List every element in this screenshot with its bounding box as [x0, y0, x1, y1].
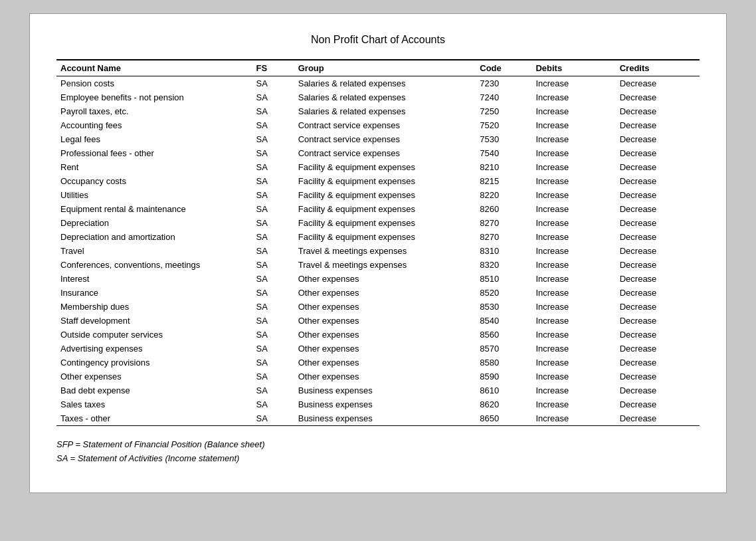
table-row: Advertising expenses SA Other expenses 8…: [56, 342, 700, 356]
cell-fs: SA: [252, 286, 294, 300]
table-row: Legal fees SA Contract service expenses …: [56, 132, 700, 146]
cell-fs: SA: [252, 300, 294, 314]
cell-debits: Increase: [531, 76, 615, 91]
cell-debits: Increase: [531, 202, 615, 216]
table-row: Insurance SA Other expenses 8520 Increas…: [56, 286, 700, 300]
cell-credits: Decrease: [616, 411, 700, 426]
cell-credits: Decrease: [616, 383, 700, 397]
cell-code: 8510: [476, 272, 531, 286]
cell-account: Interest: [56, 272, 252, 286]
table-row: Staff development SA Other expenses 8540…: [56, 314, 700, 328]
cell-fs: SA: [252, 76, 294, 91]
cell-code: 8560: [476, 328, 531, 342]
table-row: Depreciation SA Facility & equipment exp…: [56, 216, 700, 230]
table-row: Professional fees - other SA Contract se…: [56, 146, 700, 160]
cell-group: Facility & equipment expenses: [294, 188, 476, 202]
cell-account: Membership dues: [56, 300, 252, 314]
cell-code: 8320: [476, 258, 531, 272]
cell-credits: Decrease: [616, 132, 700, 146]
footer-notes: SFP = Statement of Financial Position (B…: [56, 438, 700, 466]
col-header-debits: Debits: [531, 60, 615, 76]
cell-credits: Decrease: [616, 342, 700, 356]
table-row: Sales taxes SA Business expenses 8620 In…: [56, 397, 700, 411]
cell-code: 8610: [476, 383, 531, 397]
cell-code: 8530: [476, 300, 531, 314]
cell-credits: Decrease: [616, 230, 700, 244]
cell-fs: SA: [252, 216, 294, 230]
cell-group: Other expenses: [294, 328, 476, 342]
col-header-fs: FS: [252, 60, 294, 76]
cell-credits: Decrease: [616, 216, 700, 230]
cell-account: Advertising expenses: [56, 342, 252, 356]
cell-debits: Increase: [531, 342, 615, 356]
table-row: Outside computer services SA Other expen…: [56, 328, 700, 342]
cell-account: Legal fees: [56, 132, 252, 146]
cell-account: Depreciation and amortization: [56, 230, 252, 244]
cell-code: 8210: [476, 160, 531, 174]
cell-code: 7240: [476, 90, 531, 104]
cell-debits: Increase: [531, 328, 615, 342]
cell-group: Travel & meetings expenses: [294, 244, 476, 258]
cell-group: Facility & equipment expenses: [294, 230, 476, 244]
cell-fs: SA: [252, 244, 294, 258]
table-row: Membership dues SA Other expenses 8530 I…: [56, 300, 700, 314]
cell-credits: Decrease: [616, 258, 700, 272]
cell-group: Facility & equipment expenses: [294, 202, 476, 216]
cell-account: Insurance: [56, 286, 252, 300]
cell-code: 8520: [476, 286, 531, 300]
cell-code: 8580: [476, 356, 531, 370]
cell-debits: Increase: [531, 146, 615, 160]
table-row: Rent SA Facility & equipment expenses 82…: [56, 160, 700, 174]
cell-fs: SA: [252, 258, 294, 272]
cell-code: 7230: [476, 76, 531, 91]
cell-code: 8270: [476, 216, 531, 230]
cell-fs: SA: [252, 188, 294, 202]
table-row: Payroll taxes, etc. SA Salaries & relate…: [56, 104, 700, 118]
cell-debits: Increase: [531, 244, 615, 258]
cell-code: 8650: [476, 411, 531, 426]
cell-credits: Decrease: [616, 160, 700, 174]
cell-account: Occupancy costs: [56, 174, 252, 188]
table-row: Conferences, conventions, meetings SA Tr…: [56, 258, 700, 272]
cell-group: Salaries & related expenses: [294, 104, 476, 118]
table-row: Travel SA Travel & meetings expenses 831…: [56, 244, 700, 258]
cell-fs: SA: [252, 230, 294, 244]
accounts-table: Account Name FS Group Code Debits Credit…: [56, 59, 700, 426]
cell-credits: Decrease: [616, 397, 700, 411]
cell-group: Other expenses: [294, 370, 476, 383]
cell-debits: Increase: [531, 174, 615, 188]
page-title: Non Profit Chart of Accounts: [56, 34, 700, 46]
cell-group: Other expenses: [294, 314, 476, 328]
col-header-code: Code: [476, 60, 531, 76]
cell-fs: SA: [252, 314, 294, 328]
col-header-credits: Credits: [616, 60, 700, 76]
cell-group: Salaries & related expenses: [294, 90, 476, 104]
cell-account: Pension costs: [56, 76, 252, 91]
cell-fs: SA: [252, 356, 294, 370]
cell-credits: Decrease: [616, 76, 700, 91]
cell-fs: SA: [252, 174, 294, 188]
cell-fs: SA: [252, 104, 294, 118]
cell-fs: SA: [252, 342, 294, 356]
cell-group: Contract service expenses: [294, 132, 476, 146]
cell-debits: Increase: [531, 314, 615, 328]
cell-debits: Increase: [531, 160, 615, 174]
cell-fs: SA: [252, 328, 294, 342]
cell-account: Utilities: [56, 188, 252, 202]
page-container: Non Profit Chart of Accounts Account Nam…: [29, 13, 727, 493]
cell-credits: Decrease: [616, 104, 700, 118]
table-row: Taxes - other SA Business expenses 8650 …: [56, 411, 700, 426]
cell-fs: SA: [252, 370, 294, 383]
cell-fs: SA: [252, 272, 294, 286]
cell-debits: Increase: [531, 258, 615, 272]
cell-code: 8570: [476, 342, 531, 356]
cell-code: 8215: [476, 174, 531, 188]
cell-code: 8540: [476, 314, 531, 328]
table-row: Bad debt expense SA Business expenses 86…: [56, 383, 700, 397]
cell-code: 8590: [476, 370, 531, 383]
table-row: Employee benefits - not pension SA Salar…: [56, 90, 700, 104]
footer-line1: SFP = Statement of Financial Position (B…: [56, 438, 700, 452]
cell-group: Other expenses: [294, 300, 476, 314]
cell-credits: Decrease: [616, 244, 700, 258]
cell-credits: Decrease: [616, 272, 700, 286]
